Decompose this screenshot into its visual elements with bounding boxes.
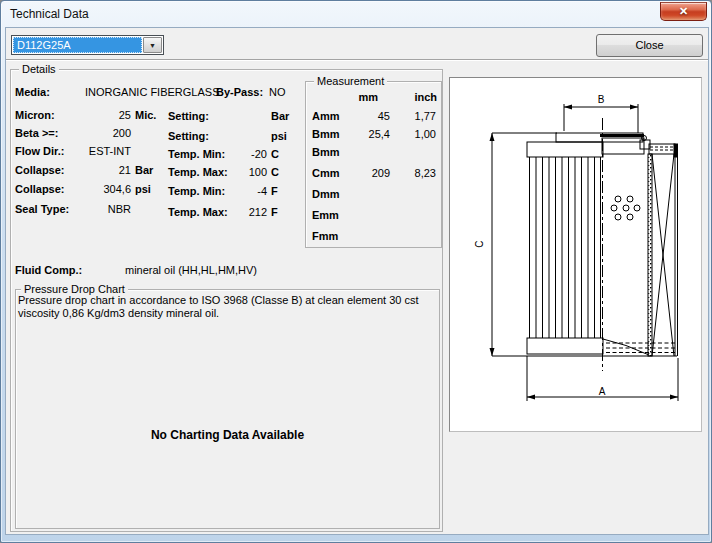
close-icon: ✕ <box>679 5 688 17</box>
temp-value: -4 <box>191 185 267 198</box>
measurement-inch: 1,77 <box>394 110 436 123</box>
measurement-label: Fmm <box>312 230 338 243</box>
setting-unit: Bar <box>271 110 289 123</box>
measurement-row: Fmm <box>306 230 441 243</box>
temp-unit: F <box>271 206 278 219</box>
temp-unit: F <box>271 185 278 198</box>
measurement-row: Cmm 209 8,23 <box>306 167 441 180</box>
measurement-header-mm: mm <box>334 91 378 104</box>
measurement-label: Bmm <box>312 146 340 159</box>
measurement-header-row: mm inch <box>306 91 441 104</box>
measurement-mm: 25,4 <box>334 128 390 141</box>
filter-element-drawing: B C A <box>450 78 701 431</box>
fluid-comp-row: Fluid Comp.: mineral oil (HH,HL,HM,HV) <box>11 264 442 277</box>
measurement-groupbox: Measurement mm inch Amm 45 1,77 Bmm 25,4… <box>305 81 442 248</box>
temp-unit: C <box>271 166 279 179</box>
temp-unit: C <box>271 148 279 161</box>
dimension-c-label: C <box>474 240 485 247</box>
combobox-selected-value[interactable]: D112G25A <box>13 37 142 53</box>
temp-value: -20 <box>191 148 267 161</box>
close-x-button[interactable]: ✕ <box>660 2 707 21</box>
pressure-chart-description: Pressure drop chart in accordance to ISO… <box>18 294 442 320</box>
drawing-panel: B C A <box>449 77 702 432</box>
close-button[interactable]: Close <box>596 34 703 57</box>
details-group-label: Details <box>19 63 59 75</box>
no-data-message: No Charting Data Available <box>16 428 439 442</box>
media-label: Media: <box>15 86 50 99</box>
chevron-down-icon: ▼ <box>149 42 156 49</box>
dimension-a-label: A <box>599 386 606 397</box>
measurement-inch: 8,23 <box>394 167 436 180</box>
measurement-mm: 209 <box>334 167 390 180</box>
title-bar: Technical Data ✕ <box>1 1 711 27</box>
measurement-row: Dmm <box>306 188 441 201</box>
fluid-comp-value: mineral oil (HH,HL,HM,HV) <box>125 264 257 277</box>
setting-label: Setting: <box>168 130 209 143</box>
part-number-combobox[interactable]: D112G25A ▼ <box>11 35 164 55</box>
pressure-chart-groupbox: Pressure Drop Chart Pressure drop chart … <box>15 289 440 529</box>
measurement-label: Emm <box>312 209 339 222</box>
measurement-inch: 1,00 <box>394 128 436 141</box>
measurement-row: Amm 45 1,77 <box>306 110 441 123</box>
temp-value: 212 <box>191 206 267 219</box>
measurement-label: Dmm <box>312 188 340 201</box>
technical-data-window: Technical Data ✕ D112G25A ▼ Close Detail… <box>0 0 712 543</box>
toolbar: D112G25A ▼ Close <box>6 28 708 60</box>
measurement-row: Bmm 25,4 1,00 <box>306 128 441 141</box>
temp-value: 100 <box>191 166 267 179</box>
bypass-label: By-Pass: <box>216 86 263 99</box>
dialog-client-area: D112G25A ▼ Close Details Media: INORGANI… <box>5 27 709 535</box>
measurement-group-label: Measurement <box>314 75 387 87</box>
measurement-row: Emm <box>306 209 441 222</box>
details-groupbox: Details Media: INORGANIC FIBERGLASS By-P… <box>10 69 443 532</box>
combobox-dropdown-button[interactable]: ▼ <box>143 37 162 53</box>
bypass-value: NO <box>269 86 286 99</box>
setting-unit: psi <box>271 130 287 143</box>
media-value: INORGANIC FIBERGLASS <box>85 86 219 99</box>
window-title: Technical Data <box>10 7 89 21</box>
fluid-comp-label: Fluid Comp.: <box>15 264 82 277</box>
measurement-mm: 45 <box>334 110 390 123</box>
measurement-header-inch: inch <box>391 91 437 104</box>
setting-label: Setting: <box>168 110 209 123</box>
dimension-b-label: B <box>598 94 605 105</box>
measurement-row: Bmm <box>306 146 441 159</box>
